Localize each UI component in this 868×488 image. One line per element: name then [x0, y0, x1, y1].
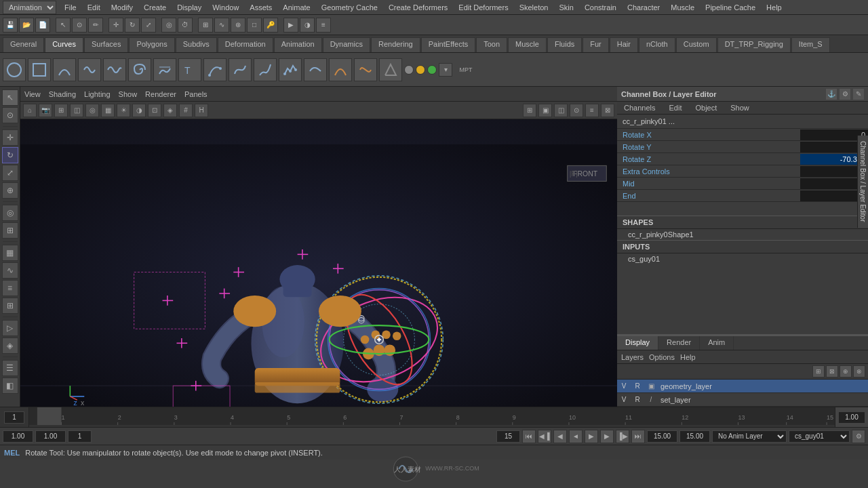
tb-snap-pt[interactable]: ⊛ — [231, 18, 245, 33]
tb-scale[interactable]: ⤢ — [141, 18, 156, 33]
shelf-tab-hair[interactable]: Hair — [610, 37, 638, 52]
character-select[interactable]: cs_guy01 — [789, 430, 850, 443]
vp-tb-icon1[interactable]: ⊞ — [523, 104, 536, 117]
playback-speed-input[interactable] — [838, 411, 865, 424]
vp-tb-icon6[interactable]: ⊠ — [601, 104, 614, 117]
lt-trax[interactable]: ⊞ — [2, 298, 18, 314]
lt-move-tool[interactable]: ✛ — [2, 129, 18, 146]
le-icon-3[interactable]: ⊕ — [840, 365, 852, 378]
menu-animate[interactable]: Animate — [277, 2, 315, 13]
shelf-icon-square[interactable] — [28, 58, 51, 81]
status-mode-label[interactable]: MEL — [4, 449, 20, 457]
cb-sub-show[interactable]: Show — [724, 102, 756, 114]
pb-goto-end[interactable]: ⏭ — [631, 430, 645, 443]
vp-menu-renderer[interactable]: Renderer — [145, 90, 176, 98]
lt-anim-layer[interactable]: ◧ — [2, 378, 18, 394]
range-start-input[interactable] — [35, 430, 66, 443]
vp-tb-poly-count[interactable]: # — [179, 104, 193, 117]
shelf-icon-text[interactable]: T — [178, 58, 201, 81]
pb-prev-key[interactable]: ◀ — [553, 430, 567, 443]
menu-skeleton[interactable]: Skeleton — [514, 2, 554, 13]
le-option-help[interactable]: Help — [680, 353, 696, 361]
vp-tb-xray[interactable]: ⊡ — [148, 104, 161, 117]
channel-row-mid[interactable]: Mid — [617, 178, 868, 190]
inputs-item-0[interactable]: cs_guy01 — [617, 253, 868, 264]
le-option-layers[interactable]: Layers — [621, 353, 644, 361]
tb-snap-grid[interactable]: ⊞ — [198, 18, 213, 33]
pb-play-fwd[interactable]: ▶ — [585, 430, 598, 443]
shelf-icon-pencil[interactable] — [254, 58, 277, 81]
pb-step-fwd[interactable]: ▐▶ — [616, 430, 629, 443]
menu-geocache[interactable]: Geometry Cache — [316, 2, 383, 13]
viewport-canvas[interactable]: FRONT |F| — [20, 119, 617, 407]
cb-sub-object[interactable]: Object — [688, 102, 724, 114]
cb-icon-gear[interactable]: ⚙ — [840, 89, 850, 100]
tb-render[interactable]: ▶ — [283, 18, 298, 33]
color-picker-more[interactable]: ▾ — [439, 63, 452, 77]
tb-move[interactable]: ✛ — [108, 18, 123, 33]
lt-scale-tool[interactable]: ⤢ — [2, 165, 18, 181]
tb-select[interactable]: ↖ — [56, 18, 71, 33]
tb-display-layer[interactable]: ≡ — [316, 18, 331, 33]
shelf-icon-wave[interactable] — [103, 58, 126, 81]
shelf-tab-general[interactable]: General — [3, 37, 44, 52]
tb-save[interactable]: 💾 — [3, 18, 18, 33]
vp-tb-icon4[interactable]: ⊙ — [570, 104, 583, 117]
current-frame-input[interactable] — [4, 411, 24, 424]
channel-row-rotate-x[interactable]: Rotate X — [617, 129, 868, 141]
shelf-icon-special[interactable] — [379, 58, 402, 81]
frame-number-input[interactable] — [68, 430, 92, 443]
menu-muscle[interactable]: Muscle — [665, 2, 700, 13]
lt-render-view[interactable]: ▷ — [2, 320, 18, 336]
shelf-tab-toon[interactable]: Toon — [476, 37, 507, 52]
tb-lasso[interactable]: ⊙ — [72, 18, 87, 33]
lt-region[interactable]: ▦ — [2, 245, 18, 261]
range-end2-input[interactable] — [679, 430, 710, 443]
menu-pipeline-cache[interactable]: Pipeline Cache — [700, 2, 761, 13]
le-tab-render[interactable]: Render — [658, 336, 700, 350]
cb-sub-edit[interactable]: Edit — [662, 102, 688, 114]
vp-menu-lighting[interactable]: Lighting — [84, 90, 111, 98]
layer-row-set[interactable]: V R / set_layer — [617, 393, 868, 407]
tb-key[interactable]: 🔑 — [263, 18, 278, 33]
lt-crv-editor[interactable]: ∿ — [2, 262, 18, 279]
cb-icon-key[interactable]: ⚓ — [826, 89, 837, 100]
shelf-icon-spiral[interactable] — [128, 58, 151, 81]
lt-rotate-tool[interactable]: ↻ — [2, 147, 18, 163]
vp-menu-shading[interactable]: Shading — [49, 90, 76, 98]
vp-tb-smooth[interactable]: ◎ — [85, 104, 99, 117]
vp-tb-cam[interactable]: 📷 — [39, 104, 52, 117]
shelf-tab-custom[interactable]: Custom — [676, 37, 717, 52]
shelf-tab-surfaces[interactable]: Surfaces — [84, 37, 128, 52]
lt-soft-mod[interactable]: ◎ — [2, 205, 18, 221]
vp-tb-shadow[interactable]: ◑ — [132, 104, 146, 117]
shelf-tab-dt-trp-rigging[interactable]: DT_TRP_Rigging — [717, 37, 791, 52]
shelf-tab-deformation[interactable]: Deformation — [218, 37, 273, 52]
pb-step-back[interactable]: ◀▐ — [538, 430, 551, 443]
le-tab-anim[interactable]: Anim — [700, 336, 734, 350]
shelf-icon-helix[interactable] — [153, 58, 176, 81]
shelf-icon-pts[interactable] — [279, 58, 302, 81]
le-icon-2[interactable]: ⊠ — [826, 365, 838, 378]
lt-show-manip[interactable]: ⊞ — [2, 222, 18, 239]
tb-open[interactable]: 📂 — [19, 18, 34, 33]
shelf-icon-arc4[interactable] — [354, 58, 377, 81]
shelf-icon-ep-curve[interactable] — [203, 58, 226, 81]
shelf-icon-arc2[interactable] — [78, 58, 101, 81]
shelf-tab-curves[interactable]: Curves — [45, 37, 83, 52]
vp-menu-view[interactable]: View — [24, 90, 41, 98]
channel-row-end[interactable]: End — [617, 190, 868, 202]
lt-display-layer[interactable]: ☰ — [2, 360, 18, 376]
vp-tb-light[interactable]: ☀ — [117, 104, 130, 117]
pb-goto-start[interactable]: ⏮ — [522, 430, 536, 443]
le-icon-1[interactable]: ⊞ — [812, 365, 825, 378]
shelf-tab-subdivs[interactable]: Subdivs — [176, 37, 217, 52]
lt-dope-sheet[interactable]: ≡ — [2, 280, 18, 296]
lt-select-tool[interactable]: ↖ — [2, 89, 18, 106]
color-yellow[interactable] — [416, 65, 425, 75]
menu-edit-deformers[interactable]: Edit Deformers — [453, 2, 513, 13]
menu-character[interactable]: Character — [622, 2, 665, 13]
channel-row-rotate-z[interactable]: Rotate Z — [617, 153, 868, 165]
vp-tb-tex[interactable]: ▦ — [101, 104, 115, 117]
menu-window[interactable]: Window — [207, 2, 244, 13]
